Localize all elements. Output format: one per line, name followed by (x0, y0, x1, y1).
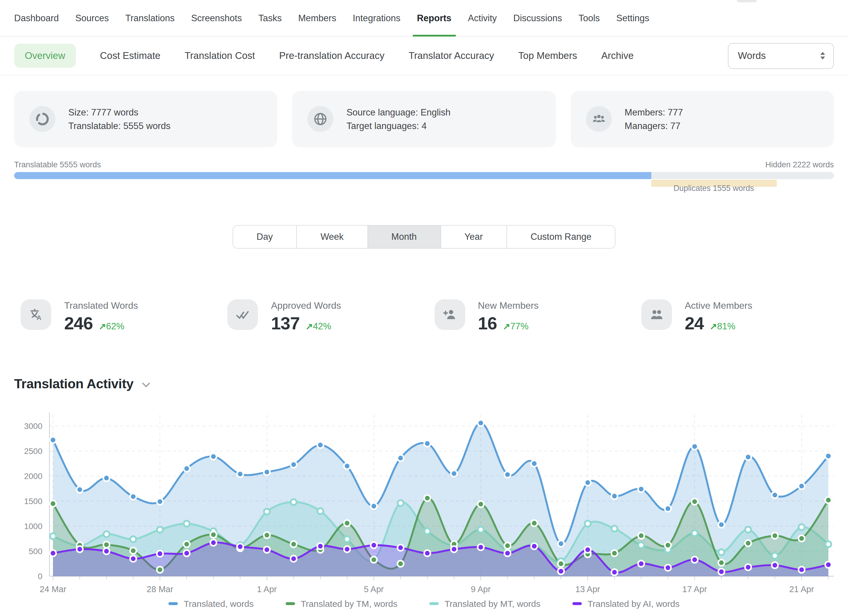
nav-item-activity[interactable]: Activity (468, 0, 497, 36)
translate-icon: A (21, 299, 51, 330)
translatable-words-label: Translatable 5555 words (14, 160, 101, 171)
tab-pre-translation-accuracy[interactable]: Pre-translation Accuracy (279, 50, 384, 61)
nav-item-settings[interactable]: Settings (616, 0, 649, 36)
range-week-button[interactable]: Week (296, 226, 367, 248)
words-progress-bar (14, 172, 834, 179)
svg-text:500: 500 (28, 547, 42, 556)
team-icon (586, 106, 612, 132)
legend-translated-by-mt[interactable]: Translated by MT, words (429, 599, 541, 609)
unit-select[interactable]: Words (728, 43, 834, 69)
svg-text:2000: 2000 (24, 472, 42, 481)
tab-top-members[interactable]: Top Members (518, 50, 577, 61)
translatable-segment (14, 172, 651, 179)
size-line: Size: 7777 words (68, 105, 170, 119)
kpi-delta: 81% (717, 321, 735, 331)
select-arrows-icon (820, 52, 825, 59)
trend-up-icon: ↗ (305, 321, 313, 331)
nav-item-integrations[interactable]: Integrations (353, 0, 400, 36)
progress-ring-icon (30, 106, 55, 132)
legend-label: Translated by MT, words (445, 599, 541, 609)
nav-item-tasks[interactable]: Tasks (258, 0, 282, 36)
svg-text:1000: 1000 (24, 522, 42, 531)
globe-icon (308, 106, 334, 132)
kpi-value: 137 (271, 313, 300, 334)
nav-item-sources[interactable]: Sources (76, 0, 109, 36)
members-line: Members: 777 (624, 105, 683, 119)
report-tabs: Overview Cost Estimate Translation Cost … (14, 44, 728, 68)
person-add-icon (434, 299, 465, 330)
tab-overview[interactable]: Overview (14, 44, 76, 68)
legend-label: Translated by AI, words (588, 599, 680, 609)
svg-text:9 Apr: 9 Apr (471, 585, 491, 594)
legend-label: Translated by TM, words (301, 599, 397, 609)
unit-select-value: Words (738, 50, 766, 61)
range-month-button[interactable]: Month (367, 226, 440, 248)
trend-up-icon: ↗ (99, 321, 106, 331)
nav-item-members[interactable]: Members (298, 0, 336, 36)
legend-translated-by-ai[interactable]: Translated by AI, words (572, 599, 680, 609)
double-check-icon (228, 299, 258, 330)
section-title: Translation Activity (14, 377, 133, 392)
svg-text:1 Apr: 1 Apr (257, 585, 277, 594)
people-icon (641, 299, 672, 330)
summary-cards: Size: 7777 words Translatable: 5555 word… (0, 91, 848, 147)
kpi-label: Approved Words (271, 300, 341, 311)
managers-line: Managers: 77 (624, 119, 683, 132)
svg-text:24 Mar: 24 Mar (40, 585, 67, 594)
range-day-button[interactable]: Day (233, 226, 296, 248)
tab-translator-accuracy[interactable]: Translator Accuracy (409, 50, 494, 61)
kpi-value: 16 (478, 313, 497, 334)
trend-up-icon: ↗ (710, 321, 717, 331)
legend-swatch (429, 603, 439, 605)
project-size-card: Size: 7777 words Translatable: 5555 word… (14, 91, 278, 147)
kpi-delta: 42% (313, 321, 331, 331)
source-language-line: Source language: English (347, 105, 451, 119)
kpi-label: Active Members (685, 300, 752, 311)
nav-item-reports[interactable]: Reports (417, 0, 451, 36)
reports-overview-page: Dashboard Sources Translations Screensho… (0, 0, 848, 616)
kpi-approved-words: Approved Words 137 ↗42% (228, 299, 434, 334)
legend-translated[interactable]: Translated, words (168, 599, 254, 609)
kpi-active-members: Active Members 24 ↗81% (641, 299, 848, 334)
date-range-switcher: Day Week Month Year Custom Range (232, 225, 615, 249)
nav-item-tools[interactable]: Tools (578, 0, 600, 36)
svg-text:A: A (37, 314, 41, 321)
kpi-label: New Members (478, 300, 538, 311)
legend-label: Translated, words (184, 599, 254, 609)
svg-text:5 Apr: 5 Apr (364, 585, 384, 594)
svg-text:17 Apr: 17 Apr (682, 585, 707, 594)
legend-swatch (168, 603, 178, 605)
nav-item-translations[interactable]: Translations (125, 0, 175, 36)
legend-translated-by-tm[interactable]: Translated by TM, words (285, 599, 397, 609)
kpi-value: 246 (64, 313, 93, 334)
kpi-row: A Translated Words 246 ↗62% Approved Wor… (0, 299, 848, 334)
tab-translation-cost[interactable]: Translation Cost (185, 50, 255, 61)
range-year-button[interactable]: Year (440, 226, 506, 248)
translatable-line: Translatable: 5555 words (68, 119, 170, 132)
chart-legend: Translated, words Translated by TM, word… (0, 599, 848, 609)
svg-text:1500: 1500 (24, 497, 42, 506)
legend-swatch (572, 603, 582, 605)
svg-text:0: 0 (38, 572, 42, 581)
kpi-new-members: New Members 16 ↗77% (434, 299, 641, 334)
tab-archive[interactable]: Archive (601, 50, 634, 61)
translation-activity-chart[interactable]: 05001000150020002500300024 Mar28 Mar1 Ap… (14, 401, 839, 596)
tab-cost-estimate[interactable]: Cost Estimate (100, 50, 160, 61)
range-custom-button[interactable]: Custom Range (506, 226, 615, 248)
kpi-translated-words: A Translated Words 246 ↗62% (21, 299, 228, 334)
nav-item-dashboard[interactable]: Dashboard (14, 0, 59, 36)
svg-text:21 Apr: 21 Apr (789, 585, 814, 594)
kpi-value: 24 (685, 313, 704, 334)
languages-card: Source language: English Target language… (292, 91, 556, 147)
legend-swatch (285, 603, 295, 605)
kpi-label: Translated Words (64, 300, 138, 311)
chevron-down-icon[interactable] (142, 382, 150, 388)
nav-item-discussions[interactable]: Discussions (513, 0, 562, 36)
duplicates-words-label: Duplicates 1555 words (651, 184, 777, 193)
kpi-delta: 77% (510, 321, 529, 331)
members-card: Members: 777 Managers: 77 (570, 91, 834, 147)
main-nav: Dashboard Sources Translations Screensho… (0, 0, 848, 37)
nav-item-screenshots[interactable]: Screenshots (191, 0, 242, 36)
report-tabs-bar: Overview Cost Estimate Translation Cost … (0, 37, 848, 76)
svg-text:2500: 2500 (24, 447, 42, 456)
